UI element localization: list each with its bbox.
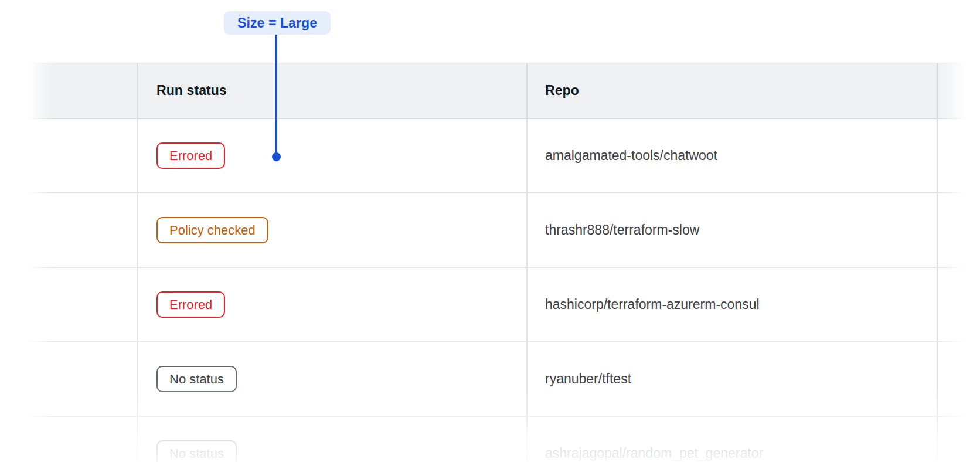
table-row[interactable]: No status ryanuber/tftest	[26, 342, 980, 417]
column-header-repo: Repo	[545, 83, 579, 98]
runs-table: Run status Repo Errored amalgamated-tool…	[26, 63, 980, 462]
run-status-badge: No status	[156, 366, 237, 392]
table-row[interactable]: Errored hashicorp/terraform-azurerm-cons…	[26, 268, 980, 342]
row-cell-repo: ryanuber/tftest	[526, 342, 937, 416]
row-cell-right-empty	[937, 268, 980, 341]
row-cell-run-status: No status	[137, 342, 526, 416]
row-cell-run-status: Errored	[137, 268, 526, 341]
column-header-run-status: Run status	[156, 83, 227, 98]
annotation-connector-dot-icon	[272, 152, 281, 161]
repo-name: amalgamated-tools/chatwoot	[545, 148, 717, 164]
row-cell-run-status: Policy checked	[137, 193, 526, 267]
row-cell-left-empty	[26, 193, 137, 267]
size-large-annotation-pill: Size = Large	[224, 11, 331, 35]
table-row[interactable]: Errored amalgamated-tools/chatwoot	[26, 119, 980, 193]
row-cell-left-empty	[26, 342, 137, 416]
row-cell-left-empty	[26, 417, 137, 462]
row-cell-left-empty	[26, 119, 137, 192]
table-row[interactable]: No status ashrajagopal/random_pet_genera…	[26, 417, 980, 462]
row-cell-right-empty	[937, 119, 980, 192]
row-cell-right-empty	[937, 193, 980, 267]
row-cell-repo: amalgamated-tools/chatwoot	[526, 119, 937, 192]
row-cell-repo: ashrajagopal/random_pet_generator	[526, 417, 937, 462]
repo-name: ashrajagopal/random_pet_generator	[545, 446, 763, 461]
row-cell-repo: hashicorp/terraform-azurerm-consul	[526, 268, 937, 341]
row-cell-run-status: No status	[137, 417, 526, 462]
run-status-badge: No status	[156, 440, 237, 462]
header-cell-repo: Repo	[526, 63, 937, 118]
run-status-badge: Errored	[156, 291, 225, 318]
repo-name: hashicorp/terraform-azurerm-consul	[545, 297, 760, 312]
repo-name: ryanuber/tftest	[545, 371, 631, 387]
table-header-row: Run status Repo	[26, 63, 980, 119]
header-cell-left-empty	[26, 63, 137, 118]
row-cell-repo: thrashr888/terraform-slow	[526, 193, 937, 267]
header-cell-run-status: Run status	[137, 63, 526, 118]
repo-name: thrashr888/terraform-slow	[545, 222, 699, 238]
table-row[interactable]: Policy checked thrashr888/terraform-slow	[26, 193, 980, 268]
header-cell-right-empty	[937, 63, 980, 118]
annotation-connector-line	[275, 35, 277, 153]
row-cell-right-empty	[937, 342, 980, 416]
row-cell-left-empty	[26, 268, 137, 341]
row-cell-right-empty	[937, 417, 980, 462]
run-status-badge: Policy checked	[156, 217, 268, 243]
screenshot-root: Run status Repo Errored amalgamated-tool…	[0, 0, 980, 462]
size-large-annotation-label: Size = Large	[237, 15, 317, 31]
row-cell-run-status: Errored	[137, 119, 526, 192]
run-status-badge: Errored	[156, 142, 225, 169]
